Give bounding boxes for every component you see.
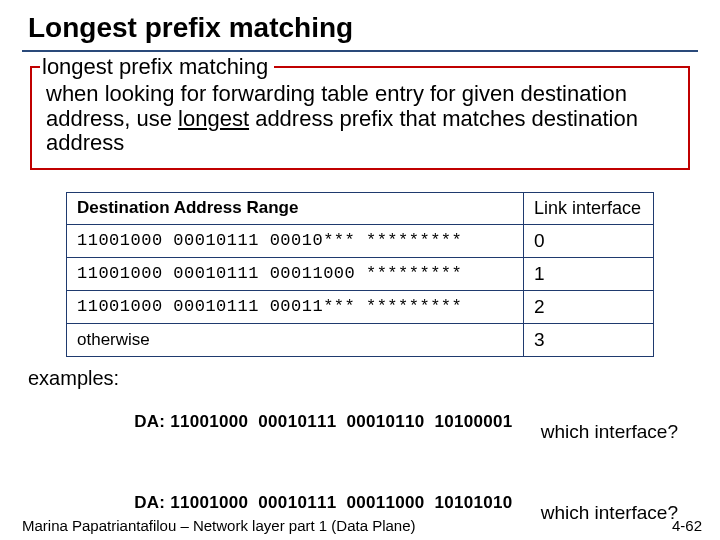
example-da: DA: 11001000 00010111 00010110 10100001 bbox=[104, 392, 513, 472]
table-row: 11001000 00010111 00010*** ********* 0 bbox=[67, 224, 654, 257]
forwarding-table: Destination Address Range Link interface… bbox=[66, 192, 654, 357]
footer-left: Marina Papatriantafilou – Network layer … bbox=[22, 517, 416, 534]
definition-body-underlined: longest bbox=[178, 106, 249, 131]
table-cell-link: 1 bbox=[524, 257, 654, 290]
definition-box: longest prefix matching when looking for… bbox=[30, 66, 690, 170]
table-row: otherwise 3 bbox=[67, 323, 654, 356]
highlight-bar bbox=[294, 476, 464, 492]
footer: Marina Papatriantafilou – Network layer … bbox=[0, 517, 720, 534]
table-cell-link: 3 bbox=[524, 323, 654, 356]
table-cell-range: 11001000 00010111 00011*** ********* bbox=[67, 290, 524, 323]
table-cell-range: otherwise bbox=[67, 323, 524, 356]
table-row: 11001000 00010111 00011000 ********* 1 bbox=[67, 257, 654, 290]
table-row: 11001000 00010111 00011*** ********* 2 bbox=[67, 290, 654, 323]
table-header-range: Destination Address Range bbox=[67, 192, 524, 224]
highlight-bar bbox=[294, 395, 380, 411]
forwarding-table-wrap: Destination Address Range Link interface… bbox=[66, 192, 654, 357]
example-da-text: DA: 11001000 00010111 00010110 10100001 bbox=[134, 412, 512, 431]
table-cell-link: 2 bbox=[524, 290, 654, 323]
slide-title: Longest prefix matching bbox=[22, 12, 698, 48]
table-cell-range: 11001000 00010111 00010*** ********* bbox=[67, 224, 524, 257]
footer-right: 4-62 bbox=[672, 517, 702, 534]
example-row: DA: 11001000 00010111 00010110 10100001 … bbox=[22, 392, 698, 472]
table-cell-link: 0 bbox=[524, 224, 654, 257]
examples-label: examples: bbox=[28, 367, 698, 390]
example-da-text: DA: 11001000 00010111 00011000 10101010 bbox=[134, 493, 512, 512]
definition-legend: longest prefix matching bbox=[40, 54, 274, 80]
table-header-link: Link interface bbox=[524, 192, 654, 224]
table-header-row: Destination Address Range Link interface bbox=[67, 192, 654, 224]
example-question: which interface? bbox=[541, 421, 678, 443]
definition-body: when looking for forwarding table entry … bbox=[46, 82, 674, 156]
table-cell-range: 11001000 00010111 00011000 ********* bbox=[67, 257, 524, 290]
title-rule bbox=[22, 50, 698, 52]
